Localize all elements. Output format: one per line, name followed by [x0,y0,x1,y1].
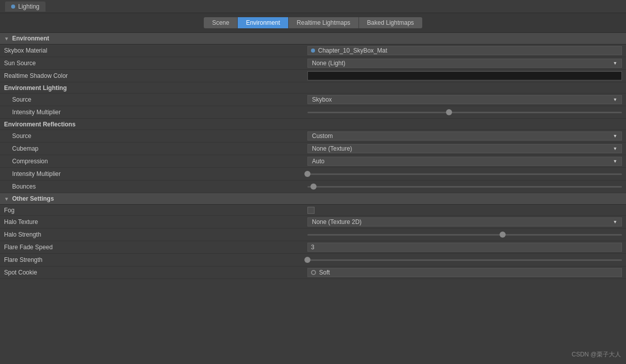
value-flare-strength [303,254,626,266]
dropdown-arrow-icon: ▼ [613,219,617,224]
label-env-reflections-compression: Compression [0,156,303,166]
label-skybox-material: Skybox Material [0,46,303,56]
value-halo-strength [303,229,626,241]
section-label: Other Settings [12,195,54,202]
dropdown-env-reflections-source[interactable]: Custom▼ [307,131,622,141]
slider-halo-strength[interactable] [307,230,622,239]
label-fog: Fog [0,205,303,215]
value-sun-source: None (Light)▼ [303,57,626,69]
prop-row-flare-strength: Flare Strength [0,254,626,266]
label-spot-cookie: Spot Cookie [0,267,303,278]
label-sun-source: Sun Source [0,58,303,68]
value-env-reflections-compression: Auto▼ [303,155,626,167]
prop-row-skybox-material: Skybox Material Chapter_10_SkyBox_Mat [0,44,626,57]
value-skybox-material: Chapter_10_SkyBox_Mat [303,44,626,57]
dropdown-arrow-icon: ▼ [613,159,617,164]
prop-row-halo-strength: Halo Strength [0,229,626,241]
dropdown-arrow-icon: ▼ [613,133,617,139]
slider-thumb-env-reflections-bounces[interactable] [310,184,317,190]
label-env-lighting-source: Source [0,95,303,105]
slider-env-reflections-bounces[interactable] [307,182,622,191]
tab-bar: SceneEnvironmentRealtime LightmapsBaked … [0,13,626,33]
title-tab[interactable]: Lighting [5,2,46,12]
prop-row-env-reflections-source: Source Custom▼ [0,130,626,143]
value-flare-fade-speed: 3 [303,241,626,253]
prop-row-env-lighting-source: Source Skybox▼ [0,94,626,106]
prop-row-sun-source: Sun Source None (Light)▼ [0,57,626,70]
label-env-reflections-intensity: Intensity Multiplier [0,169,303,179]
watermark: CSDN @栗子大人 [571,350,621,359]
tab-baked-lightmaps[interactable]: Baked Lightmaps [359,17,422,28]
prop-row-halo-texture: Halo Texture None (Texture 2D)▼ [0,216,626,229]
obj-ref-skybox-material[interactable]: Chapter_10_SkyBox_Mat [307,46,622,55]
value-env-reflections-intensity [303,168,626,180]
obj-dot-icon [311,49,315,53]
prop-row-env-reflections-intensity: Intensity Multiplier [0,168,626,180]
dropdown-arrow-icon: ▼ [613,61,617,66]
prop-row-env-lighting-intensity: Intensity Multiplier [0,106,626,119]
label-env-reflections-cubemap: Cubemap [0,144,303,154]
dropdown-env-lighting-source[interactable]: Skybox▼ [307,95,622,104]
label-env-reflections-source: Source [0,131,303,141]
dropdown-halo-texture[interactable]: None (Texture 2D)▼ [307,217,622,226]
group-label-env-reflections-header: Environment Reflections [0,119,626,130]
value-realtime-shadow-color [303,70,626,82]
group-label-env-lighting-header: Environment Lighting [0,82,626,94]
prop-row-fog: Fog [0,205,626,216]
group-label-text: Environment Reflections [0,119,303,129]
value-fog [303,205,626,215]
value-spot-cookie: Soft [303,266,626,279]
slider-env-lighting-intensity[interactable] [307,108,622,117]
slider-thumb-flare-strength[interactable] [304,257,310,263]
prop-row-spot-cookie: Spot Cookie Soft [0,266,626,279]
spot-ref-spot-cookie[interactable]: Soft [307,268,622,277]
label-flare-fade-speed: Flare Fade Speed [0,242,303,252]
title-label: Lighting [18,3,39,10]
chevron-icon: ▼ [4,36,9,41]
label-env-lighting-intensity: Intensity Multiplier [0,107,303,117]
slider-thumb-env-reflections-intensity[interactable] [304,171,310,177]
prop-row-realtime-shadow-color: Realtime Shadow Color [0,70,626,82]
title-bar: Lighting [0,0,626,13]
numval-flare-fade-speed[interactable]: 3 [307,243,622,252]
dropdown-arrow-icon: ▼ [613,146,617,151]
tab-environment[interactable]: Environment [238,17,288,28]
prop-row-env-reflections-cubemap: Cubemap None (Texture)▼ [0,143,626,155]
spot-circle-icon [311,270,316,275]
value-env-reflections-source: Custom▼ [303,130,626,142]
label-env-reflections-bounces: Bounces [0,181,303,192]
section-label: Environment [12,35,49,42]
label-flare-strength: Flare Strength [0,255,303,265]
slider-thumb-env-lighting-intensity[interactable] [446,109,452,115]
section-header-environment[interactable]: ▼Environment [0,33,626,44]
value-env-reflections-cubemap: None (Texture)▼ [303,143,626,155]
label-realtime-shadow-color: Realtime Shadow Color [0,71,303,81]
group-label-text: Environment Lighting [0,83,303,93]
prop-row-env-reflections-bounces: Bounces [0,180,626,193]
tab-scene[interactable]: Scene [204,17,238,28]
dropdown-arrow-icon: ▼ [613,97,617,102]
section-header-other-settings[interactable]: ▼Other Settings [0,193,626,205]
dropdown-env-reflections-compression[interactable]: Auto▼ [307,157,622,166]
checkbox-fog[interactable] [307,207,315,214]
prop-row-flare-fade-speed: Flare Fade Speed 3 [0,241,626,254]
color-swatch-realtime-shadow-color[interactable] [307,71,622,80]
value-env-reflections-bounces [303,180,626,193]
title-dot-icon [11,5,15,9]
value-halo-texture: None (Texture 2D)▼ [303,216,626,228]
slider-env-reflections-intensity[interactable] [307,169,622,178]
dropdown-sun-source[interactable]: None (Light)▼ [307,59,622,68]
value-env-lighting-source: Skybox▼ [303,94,626,106]
label-halo-texture: Halo Texture [0,217,303,227]
label-halo-strength: Halo Strength [0,230,303,240]
chevron-icon: ▼ [4,196,9,202]
tab-realtime-lightmaps[interactable]: Realtime Lightmaps [289,17,359,28]
prop-row-env-reflections-compression: Compression Auto▼ [0,155,626,168]
slider-flare-strength[interactable] [307,255,622,264]
dropdown-env-reflections-cubemap[interactable]: None (Texture)▼ [307,144,622,153]
main-content: ▼Environment Skybox Material Chapter_10_… [0,33,626,279]
value-env-lighting-intensity [303,106,626,118]
slider-thumb-halo-strength[interactable] [500,232,506,238]
